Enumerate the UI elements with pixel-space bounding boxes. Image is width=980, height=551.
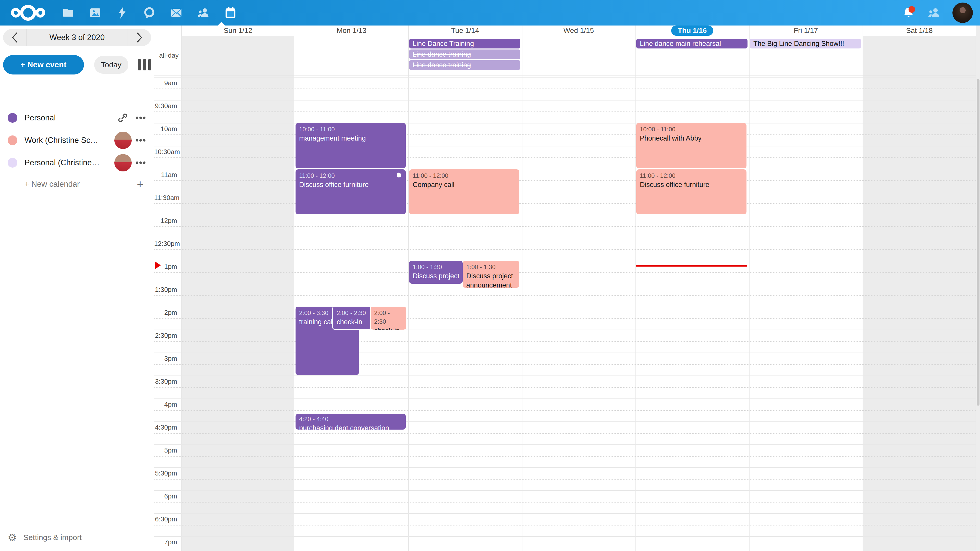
- view-switcher-icon[interactable]: [138, 59, 151, 70]
- contacts-icon[interactable]: [197, 0, 210, 25]
- quarter-gridline: [154, 410, 976, 411]
- day-header-sat[interactable]: Sat 1/18: [862, 25, 976, 36]
- quarter-gridline: [154, 502, 976, 503]
- calendar-color-dot: [8, 135, 18, 145]
- hour-gridline: [154, 445, 976, 445]
- settings-import-button[interactable]: ⚙ Settings & import: [8, 532, 82, 543]
- week-selector[interactable]: Week 3 of 2020: [3, 29, 151, 46]
- reminder-bell-icon: [395, 172, 403, 181]
- hour-gridline: [154, 192, 976, 192]
- user-avatar[interactable]: [953, 3, 973, 23]
- calendar-name: Work (Christine Schott): [24, 136, 101, 145]
- hour-gridline: [154, 123, 976, 124]
- calendar-color-dot: [8, 113, 18, 123]
- day-column-border: [522, 25, 522, 551]
- contacts-menu-icon[interactable]: [927, 6, 941, 20]
- week-label[interactable]: Week 3 of 2020: [26, 29, 128, 46]
- event-check-in-purple[interactable]: 2:00 - 2:30 check-in: [332, 306, 371, 330]
- allday-event[interactable]: Line dance main rehearsal: [636, 39, 748, 48]
- time-axis-label: 1:30pm: [154, 285, 179, 295]
- day-column-border: [862, 25, 863, 551]
- hour-gridline: [154, 261, 976, 261]
- files-icon[interactable]: [62, 0, 75, 25]
- quarter-gridline: [154, 249, 976, 250]
- all-day-label: all-day: [154, 52, 179, 59]
- event-discuss-office-furniture-thu[interactable]: 11:00 - 12:00 Discuss office furniture: [636, 169, 746, 214]
- hour-gridline: [154, 306, 976, 307]
- hour-gridline: [154, 536, 976, 537]
- activity-icon[interactable]: [116, 0, 129, 25]
- new-event-button[interactable]: + New event: [3, 55, 84, 75]
- event-phonecall-with-abby[interactable]: 10:00 - 11:00 Phonecall with Abby: [636, 123, 746, 168]
- event-company-call[interactable]: 11:00 - 12:00 Company call: [409, 169, 519, 214]
- day-header-fri[interactable]: Fri 1/17: [749, 25, 862, 36]
- time-axis-label: 5pm: [154, 445, 179, 456]
- calendar-item-personal[interactable]: Personal: [0, 106, 154, 129]
- day-header-mon[interactable]: Mon 1/13: [295, 25, 408, 36]
- next-week-button[interactable]: [128, 29, 151, 46]
- talk-icon[interactable]: [143, 0, 156, 25]
- day-header-sun[interactable]: Sun 1/12: [181, 25, 295, 36]
- allday-event[interactable]: The Big Line Dancing Show!!!: [750, 39, 861, 48]
- previous-week-button[interactable]: [3, 29, 26, 46]
- calendar-item-personal-christine[interactable]: Personal (Christine Schott): [0, 151, 154, 174]
- new-calendar-button[interactable]: + New calendar +: [0, 174, 154, 194]
- quarter-gridline: [154, 226, 976, 227]
- event-management-meeting[interactable]: 10:00 - 11:00 management meeting: [296, 123, 406, 168]
- calendar-actions-menu-icon[interactable]: [132, 161, 150, 165]
- event-discuss-project-announcement-purple[interactable]: 1:00 - 1:30 Discuss project announcement: [409, 261, 463, 284]
- calendar-name: Personal: [24, 113, 56, 122]
- hour-gridline: [154, 375, 976, 376]
- hour-gridline: [154, 330, 976, 330]
- quarter-gridline: [154, 203, 976, 204]
- quarter-gridline: [154, 111, 976, 112]
- share-link-icon[interactable]: [114, 113, 132, 123]
- quarter-gridline: [154, 456, 976, 457]
- quarter-gridline: [154, 180, 976, 181]
- hour-gridline: [154, 353, 976, 353]
- time-axis-label: 5:30pm: [154, 468, 179, 479]
- hour-gridline: [154, 490, 976, 491]
- calendar-actions-menu-icon[interactable]: [132, 116, 150, 120]
- quarter-gridline: [154, 318, 976, 319]
- calendar-actions-menu-icon[interactable]: [132, 138, 150, 142]
- calendar-sidebar: Week 3 of 2020 + New event Today Persona…: [0, 25, 154, 551]
- calendar-app-icon[interactable]: [224, 0, 237, 25]
- calendar-item-work-christine[interactable]: Work (Christine Schott): [0, 129, 154, 151]
- time-axis-label: 4:30pm: [154, 422, 179, 433]
- time-axis-label: 9am: [154, 78, 179, 89]
- today-button[interactable]: Today: [94, 56, 128, 74]
- weekend-column-shading-sunday: [181, 36, 294, 551]
- allday-event-cancelled[interactable]: Line dance training: [409, 49, 520, 59]
- day-header-wed[interactable]: Wed 1/15: [522, 25, 635, 36]
- event-check-in-salmon[interactable]: 2:00 - 2:30 check-in: [371, 306, 406, 330]
- day-column-border: [749, 25, 749, 551]
- hour-gridline: [154, 77, 976, 78]
- quarter-gridline: [154, 295, 976, 296]
- top-navigation-bar: [0, 0, 980, 25]
- photos-icon[interactable]: [89, 0, 102, 25]
- time-axis-label: 7pm: [154, 537, 179, 548]
- notifications-bell-icon[interactable]: [901, 6, 916, 20]
- current-time-line: [636, 265, 747, 267]
- scrollbar-track[interactable]: [976, 25, 980, 551]
- mail-icon[interactable]: [170, 0, 183, 25]
- event-discuss-office-furniture[interactable]: 11:00 - 12:00 Discuss office furniture: [296, 169, 406, 214]
- day-header-thu-today[interactable]: Thu 1/16: [635, 25, 749, 36]
- hour-gridline: [154, 100, 976, 100]
- time-axis-label: 3pm: [154, 354, 179, 364]
- scrollbar-thumb[interactable]: [977, 79, 980, 406]
- allday-event[interactable]: Line Dance Training: [409, 39, 520, 48]
- event-discuss-project-announcement-salmon[interactable]: 1:00 - 1:30 Discuss project announcement: [463, 261, 519, 288]
- week-view-grid: Sun 1/12 Mon 1/13 Tue 1/14 Wed 1/15 Thu …: [154, 0, 980, 551]
- calendar-color-dot: [8, 158, 18, 168]
- hour-gridline: [154, 467, 976, 468]
- day-header-tue[interactable]: Tue 1/14: [408, 25, 522, 36]
- time-axis-label: 12:30pm: [154, 239, 179, 249]
- nextcloud-logo[interactable]: [8, 0, 48, 25]
- time-axis-label: 10am: [154, 124, 179, 135]
- time-axis-label: 6:30pm: [154, 514, 179, 525]
- allday-event-cancelled[interactable]: Line dance training: [409, 60, 520, 70]
- event-purchasing-dept-conversation[interactable]: 4:20 - 4:40 purchasing dept conversation: [296, 414, 406, 430]
- quarter-gridline: [154, 135, 976, 135]
